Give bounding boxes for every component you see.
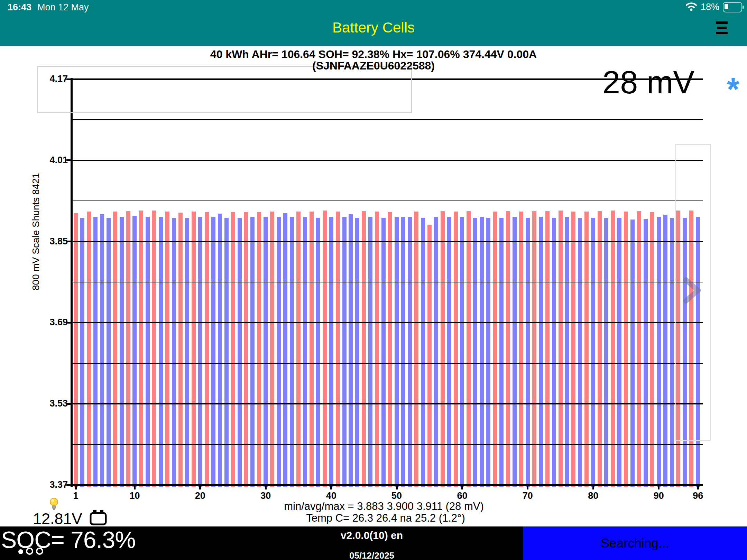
cell-bar-70 [526,218,530,487]
cell-bar-10 [132,216,137,487]
gridline-3.85 [72,241,703,242]
cell-bar-81 [598,211,602,487]
cell-bar-35 [296,212,301,487]
cell-bar-48 [381,218,386,487]
gridline-4.01 [72,160,703,161]
cell-bar-77 [571,212,575,487]
cell-bar-73 [545,211,550,487]
cell-bar-28 [250,217,255,487]
cell-bar-43 [349,214,353,487]
cell-bar-74 [552,218,556,487]
cell-bar-4 [93,217,98,487]
x-tick-label-70: 70 [514,491,542,501]
cell-bar-37 [310,212,314,487]
cell-bar-83 [611,211,615,487]
cell-bar-62 [473,218,477,487]
chart-touch-zone-top-left[interactable] [37,66,412,113]
cell-bar-27 [244,212,248,487]
connection-status-text: Searching... [601,536,669,551]
gridline-3.61 [72,363,703,364]
cell-bar-41 [336,212,340,487]
bluetooth-active-asterisk: * [727,73,739,105]
cell-bar-42 [342,217,347,487]
cell-bar-69 [519,212,523,487]
cell-bar-12 [146,217,150,487]
temperature-line: Temp C= 26.3 26.4 na 25.2 (1.2°) [0,512,747,524]
cell-bar-44 [355,218,359,487]
vin-label: (SJNFAAZE0U6022588) [0,59,747,72]
cell-bar-63 [480,217,484,487]
cell-bar-36 [303,217,307,487]
cell-bar-90 [657,217,661,487]
cell-bar-71 [532,211,536,487]
cell-bar-11 [139,211,143,487]
gridline-3.69 [72,322,703,323]
page-dot-active [18,549,23,554]
cell-bar-21 [205,212,209,487]
x-tick-label-10: 10 [121,491,148,501]
x-tick-label-30: 30 [252,491,279,501]
cell-bar-55 [427,225,432,487]
cell-bar-52 [408,217,412,487]
page-dot [36,548,43,555]
cell-bar-75 [559,211,563,487]
cell-bar-8 [120,217,124,487]
cell-bar-25 [231,212,235,487]
cell-bar-92 [670,218,674,487]
cell-bar-15 [165,212,169,487]
cell-bar-91 [663,215,667,487]
min-avg-max-line: min/avg/max = 3.883 3.900 3.911 (28 mV) [0,500,747,513]
cell-bar-85 [624,212,628,487]
cell-bar-39 [323,211,327,487]
cell-bar-16 [172,218,176,487]
cell-bar-23 [218,214,222,487]
cell-bar-61 [467,211,471,487]
cell-bar-18 [185,218,189,487]
cell-bar-87 [637,211,641,487]
cell-bar-29 [257,212,261,487]
y-tick-label-3.69: 3.69 [30,317,68,328]
cell-bar-30 [264,217,268,487]
cell-bar-1 [74,213,78,487]
cell-bar-22 [211,217,215,487]
cell-bar-53 [414,212,418,487]
y-tick-label-3.53: 3.53 [30,398,68,409]
cell-bar-17 [178,213,183,487]
cell-bar-59 [454,212,458,487]
cell-bar-58 [447,217,451,487]
12v-battery-icon[interactable] [89,509,107,527]
cell-bar-78 [578,218,582,487]
cell-bar-45 [362,211,366,487]
cell-bar-40 [329,217,333,487]
next-page-chevron-icon[interactable] [683,277,701,305]
cell-bar-14 [159,217,163,487]
cell-bar-67 [506,211,510,487]
cell-bar-2 [80,218,84,487]
cell-bar-72 [539,217,543,487]
connection-status-box[interactable]: Searching... [523,526,747,560]
cell-bar-82 [604,218,608,487]
cell-bar-32 [277,217,281,487]
cell-bar-3 [87,212,91,487]
gridline-3.53 [72,403,703,404]
cell-bar-54 [421,218,425,487]
cell-bar-56 [434,217,438,487]
cell-bar-33 [283,213,287,487]
cell-bar-49 [388,212,392,487]
cell-bar-80 [591,218,595,487]
cell-bar-60 [460,217,464,487]
y-axis-title: 800 mV Scale Shunts 8421 [30,277,42,290]
cell-bar-65 [493,212,497,487]
cell-bar-19 [192,212,196,487]
cell-bar-88 [644,219,648,487]
page-indicator[interactable] [18,548,43,555]
gridline-4.09 [72,119,703,120]
cell-bar-31 [270,212,274,487]
cell-bar-57 [441,211,445,487]
gridline-3.45 [72,444,703,445]
cell-bar-47 [375,212,379,487]
x-tick-label-40: 40 [317,491,345,501]
app-version-label: v2.0.0(10) en [332,530,412,541]
cell-bar-51 [401,217,405,487]
cell-bar-34 [290,217,294,487]
